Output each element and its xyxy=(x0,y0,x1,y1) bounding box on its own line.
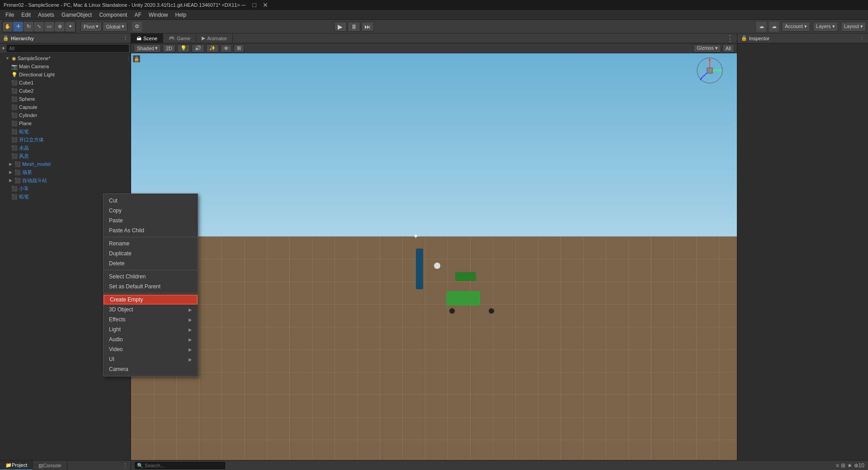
snap-settings-btn[interactable]: ⚙ xyxy=(132,22,142,32)
grid-view-icon[interactable]: ⊞ xyxy=(841,462,845,469)
account-dropdown[interactable]: Account ▾ xyxy=(782,22,810,32)
ctx-delete[interactable]: Delete xyxy=(104,258,198,268)
effects-btn[interactable]: ✨ xyxy=(206,44,219,52)
pause-button[interactable]: ⏸ xyxy=(348,22,360,32)
hier-mesh-item[interactable]: ▶ ⬛ Mesh_model xyxy=(0,160,131,168)
scene-lock-icon[interactable]: 🔒 xyxy=(133,55,140,62)
hier-battle-item[interactable]: ▶ ⬛ 自动战斗站 xyxy=(0,176,131,184)
menu-edit[interactable]: Edit xyxy=(18,11,34,19)
pivot-dropdown[interactable]: Pivot ▾ xyxy=(80,22,102,32)
menu-gameobject[interactable]: GameObject xyxy=(58,11,95,19)
hierarchy-menu-icon[interactable]: ⋮ xyxy=(123,35,128,41)
hier-wind-item[interactable]: ⬛ 风息 xyxy=(0,152,131,160)
hier-cube2-item[interactable]: ⬛ Cube2 xyxy=(0,87,131,95)
scene-vis-btn[interactable]: 👁 xyxy=(221,44,232,52)
ctx-select-children[interactable]: Select Children xyxy=(104,272,198,282)
layers-dropdown[interactable]: Layers ▾ xyxy=(813,22,838,32)
lighting-btn[interactable]: 💡 xyxy=(177,44,190,52)
hier-plane-item[interactable]: ⬛ Plane xyxy=(0,119,131,127)
step-button[interactable]: ⏭ xyxy=(361,22,374,32)
layout-label: Layout ▾ xyxy=(844,24,863,29)
menu-af[interactable]: AF xyxy=(131,11,145,19)
menu-help[interactable]: Help xyxy=(171,11,190,19)
scene-viewport[interactable]: ✦ xyxy=(131,53,737,460)
gizmos-dropdown[interactable]: Gizmos ▾ xyxy=(693,44,721,52)
ctx-rename[interactable]: Rename xyxy=(104,239,198,249)
inspector-header: 🔒 Inspector ⋮ xyxy=(737,33,868,43)
scale-tool-btn[interactable]: ⤡ xyxy=(34,22,44,32)
all-dropdown[interactable]: All xyxy=(722,44,734,52)
shading-dropdown[interactable]: Shaded ▾ xyxy=(134,44,161,52)
hier-dirlight-item[interactable]: 💡 Directional Light xyxy=(0,70,131,79)
hier-opencube-item[interactable]: ⬛ 开口立方体 xyxy=(0,136,131,144)
ctx-ui[interactable]: UI ▶ xyxy=(104,354,198,364)
move-tool-btn[interactable]: ✛ xyxy=(13,22,23,32)
scene-more-icon[interactable]: ⋮ xyxy=(726,33,734,43)
cloud-btn[interactable]: ☁ xyxy=(769,22,779,32)
ctx-effects[interactable]: Effects ▶ xyxy=(104,315,198,324)
ctx-copy[interactable]: Copy xyxy=(104,206,198,216)
scene-tab[interactable]: 🏔 Scene xyxy=(131,33,163,43)
play-button[interactable]: ▶ xyxy=(334,22,347,32)
ctx-set-default-parent[interactable]: Set as Default Parent xyxy=(104,282,198,291)
project-tab[interactable]: 📁 Project xyxy=(0,461,33,470)
2d-btn[interactable]: 2D xyxy=(163,44,175,52)
menu-component[interactable]: Component xyxy=(95,11,131,19)
hierarchy-search[interactable] xyxy=(7,45,129,52)
hier-car-item[interactable]: ⬛ 小车 xyxy=(0,184,131,193)
project-tab-label: Project xyxy=(12,462,27,468)
animator-tab[interactable]: ▶ Animator xyxy=(196,33,233,43)
assets-search-input[interactable] xyxy=(135,462,225,469)
collab-btn[interactable]: ☁ xyxy=(756,22,766,32)
minimize-button[interactable]: ─ xyxy=(240,1,247,9)
layout-dropdown[interactable]: Layout ▾ xyxy=(841,22,866,32)
scene-gizmo xyxy=(696,57,723,84)
menu-file[interactable]: File xyxy=(2,11,18,19)
ctx-video[interactable]: Video ▶ xyxy=(104,344,198,354)
grid-btn[interactable]: ⊞ xyxy=(234,44,244,52)
ctx-cut[interactable]: Cut xyxy=(104,196,198,206)
rect-tool-btn[interactable]: ▭ xyxy=(44,22,54,32)
scene-collapse-icon: ▼ xyxy=(5,56,9,61)
ctx-3d-object[interactable]: 3D Object ▶ xyxy=(104,305,198,315)
hier-crystal-item[interactable]: ⬛ 水晶 xyxy=(0,144,131,152)
list-view-icon[interactable]: ≡ xyxy=(836,462,839,469)
wheel-rear-icon xyxy=(489,308,494,314)
ctx-camera[interactable]: Camera xyxy=(104,364,198,374)
inspector-menu-icon[interactable]: ⋮ xyxy=(859,35,864,41)
ctx-audio[interactable]: Audio ▶ xyxy=(104,334,198,344)
hand-tool-btn[interactable]: ✋ xyxy=(3,22,13,32)
add-hier-btn[interactable]: + xyxy=(2,45,5,52)
menu-assets[interactable]: Assets xyxy=(34,11,58,19)
project-menu-icon[interactable]: ⋮ xyxy=(120,461,131,470)
console-tab[interactable]: ▤ Console xyxy=(33,461,67,470)
hier-pencil-item[interactable]: ⬛ 铅笔 xyxy=(0,127,131,136)
hier-pencil-label: 铅笔 xyxy=(19,128,29,135)
combined-tool-btn[interactable]: ⊕ xyxy=(55,22,65,32)
inspector-panel: 🔒 Inspector ⋮ xyxy=(737,33,868,460)
ctx-paste[interactable]: Paste xyxy=(104,216,198,226)
capsule-icon: ⬛ xyxy=(11,104,18,110)
scene-tab-label: Scene xyxy=(143,36,157,41)
hier-capsule-item[interactable]: ⬛ Capsule xyxy=(0,103,131,111)
hier-options-icon[interactable]: ⋮ xyxy=(126,56,131,61)
hier-camera-item[interactable]: 📷 Main Camera xyxy=(0,62,131,70)
hier-cylinder-item[interactable]: ⬛ Cylinder xyxy=(0,111,131,119)
global-dropdown[interactable]: Global ▾ xyxy=(103,22,127,32)
star-asset-icon[interactable]: ★ xyxy=(847,462,852,469)
game-tab[interactable]: 🎮 Game xyxy=(163,33,196,43)
hier-scene2-item[interactable]: ▶ ⬛ 场景 xyxy=(0,168,131,176)
custom-tool-btn[interactable]: ✦ xyxy=(65,22,75,32)
hier-scene-item[interactable]: ▼ ◉ SampleScene* ⋮ xyxy=(0,54,131,62)
hier-cube1-item[interactable]: ⬛ Cube1 xyxy=(0,79,131,87)
close-button[interactable]: ✕ xyxy=(262,1,269,9)
ctx-paste-child[interactable]: Paste As Child xyxy=(104,226,198,235)
maximize-button[interactable]: □ xyxy=(251,1,258,9)
audio-btn[interactable]: 🔊 xyxy=(192,44,204,52)
rotate-tool-btn[interactable]: ↻ xyxy=(24,22,33,32)
ctx-create-empty[interactable]: Create Empty xyxy=(104,295,198,305)
ctx-duplicate[interactable]: Duplicate xyxy=(104,249,198,258)
ctx-light[interactable]: Light ▶ xyxy=(104,324,198,334)
menu-window[interactable]: Window xyxy=(145,11,172,19)
hier-sphere-item[interactable]: ⬛ Sphere xyxy=(0,95,131,103)
